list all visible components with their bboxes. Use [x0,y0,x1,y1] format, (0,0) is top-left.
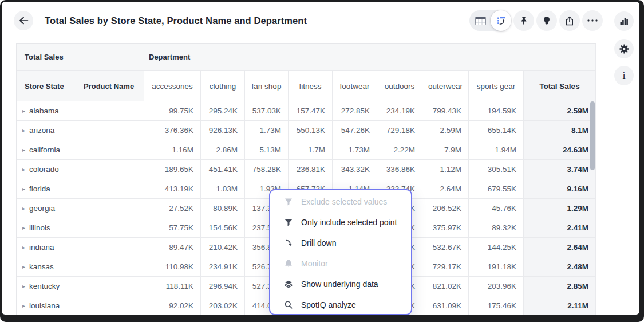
context-menu-item[interactable]: Show underlying data [270,274,411,294]
chart-panel-button[interactable] [614,11,634,31]
total-cell[interactable]: 8.1M [524,121,596,140]
total-cell[interactable]: 2.41M [524,218,596,238]
column-header[interactable]: clothing [201,71,245,101]
total-column-header[interactable]: Total Sales [524,71,596,101]
column-header[interactable]: sports gear [469,71,524,101]
total-cell[interactable]: 2.85M [524,277,596,296]
value-cell[interactable]: 45.76K [469,199,524,218]
value-cell[interactable]: 110.98K [144,257,201,277]
settings-panel-button[interactable] [614,39,634,58]
value-cell[interactable]: 631.09K [422,296,469,315]
value-cell[interactable]: 210.42K [201,238,245,257]
value-cell[interactable]: 821.02K [422,277,469,296]
value-cell[interactable]: 5.13M [245,140,289,160]
expand-caret-icon[interactable]: ▸ [22,205,25,211]
value-cell[interactable]: 118.11K [144,277,201,296]
value-cell[interactable]: 655.14K [469,121,524,140]
column-header[interactable]: footwear [333,71,377,101]
expand-caret-icon[interactable]: ▸ [22,303,25,309]
value-cell[interactable]: 532.67K [422,238,469,257]
value-cell[interactable]: 157.47K [289,101,333,121]
share-button[interactable] [559,10,580,31]
column-header[interactable]: fitness [289,71,333,101]
row-expand-cell[interactable]: ▸louisiana [17,296,144,315]
table-scrollbar[interactable] [590,101,595,313]
value-cell[interactable]: 1.7M [289,140,333,160]
expand-caret-icon[interactable]: ▸ [22,166,25,172]
expand-caret-icon[interactable]: ▸ [22,186,25,192]
row-expand-cell[interactable]: ▸kansas [17,257,144,277]
row-expand-cell[interactable]: ▸indiana [17,238,144,257]
row-expand-cell[interactable]: ▸florida [17,179,144,199]
value-cell[interactable]: 99.75K [144,101,201,121]
value-cell[interactable]: 203.02K [201,296,245,315]
value-cell[interactable]: 336.86K [377,160,422,179]
value-cell[interactable]: 679.55K [469,179,524,199]
total-cell[interactable]: 9.16M [524,179,596,199]
more-actions-button[interactable] [582,10,603,31]
expand-caret-icon[interactable]: ▸ [22,127,25,133]
value-cell[interactable]: 1.94M [469,140,524,160]
row-expand-cell[interactable]: ▸california [17,140,144,160]
value-cell[interactable]: 550.13K [289,121,333,140]
context-menu-item[interactable]: Drill down [270,233,411,253]
column-header[interactable]: outerwear [422,71,469,101]
insights-button[interactable] [536,10,557,31]
value-cell[interactable]: 175.46K [469,296,524,315]
context-menu-item[interactable]: SpotIQ analyze [270,294,411,315]
value-cell[interactable]: 1.16M [144,140,201,160]
value-cell[interactable]: 203.96K [469,277,524,296]
value-cell[interactable]: 2.64M [422,179,469,199]
expand-caret-icon[interactable]: ▸ [22,283,25,289]
column-header[interactable]: accessories [144,71,201,101]
value-cell[interactable]: 375.97K [422,218,469,238]
value-cell[interactable]: 189.65K [144,160,201,179]
value-cell[interactable]: 537.03K [245,101,289,121]
row-expand-cell[interactable]: ▸colorado [17,160,144,179]
value-cell[interactable]: 305.51K [469,160,524,179]
value-cell[interactable]: 758.28K [245,160,289,179]
column-header[interactable]: fan shop [245,71,289,101]
value-cell[interactable]: 206.52K [422,199,469,218]
context-menu-item[interactable]: Only include selected point [270,212,411,233]
value-cell[interactable]: 1.03M [201,179,245,199]
value-cell[interactable]: 89.47K [144,238,201,257]
value-cell[interactable]: 729.18K [377,121,422,140]
value-cell[interactable]: 451.41K [201,160,245,179]
value-cell[interactable]: 413.19K [144,179,201,199]
scrollbar-thumb[interactable] [590,101,595,170]
value-cell[interactable]: 57.75K [144,218,201,238]
value-cell[interactable]: 234.91K [201,257,245,277]
value-cell[interactable]: 1.73M [245,121,289,140]
value-cell[interactable]: 2.86M [201,140,245,160]
row-expand-cell[interactable]: ▸alabama [17,101,144,121]
row-expand-cell[interactable]: ▸georgia [17,199,144,218]
row-expand-cell[interactable]: ▸illinois [17,218,144,238]
total-cell[interactable]: 1.29M [524,199,596,218]
table-view-button[interactable] [469,10,491,31]
value-cell[interactable]: 27.52K [144,199,201,218]
value-cell[interactable]: 194.59K [469,101,524,121]
row-expand-cell[interactable]: ▸kentucky [17,277,144,296]
value-cell[interactable]: 92.02K [144,296,201,315]
value-cell[interactable]: 295.24K [201,101,245,121]
back-button[interactable] [14,11,33,30]
value-cell[interactable]: 799.43K [422,101,469,121]
pin-button[interactable] [513,10,534,31]
value-cell[interactable]: 272.85K [333,101,377,121]
value-cell[interactable]: 1.73M [333,140,377,160]
store-state-header[interactable]: Store State [25,82,64,91]
chart-config-button[interactable] [491,10,511,31]
total-cell[interactable]: 2.64M [524,238,596,257]
value-cell[interactable]: 7.9M [422,140,469,160]
expand-caret-icon[interactable]: ▸ [22,244,25,250]
total-cell[interactable]: 3.74M [524,160,596,179]
total-cell[interactable]: 24.63M [524,140,596,160]
total-cell[interactable]: 2.11M [524,296,596,315]
value-cell[interactable]: 296.94K [201,277,245,296]
value-cell[interactable]: 89.32K [469,218,524,238]
info-panel-button[interactable]: i [614,66,634,85]
value-cell[interactable]: 547.26K [333,121,377,140]
value-cell[interactable]: 376.36K [144,121,201,140]
row-expand-cell[interactable]: ▸arizona [17,121,144,140]
